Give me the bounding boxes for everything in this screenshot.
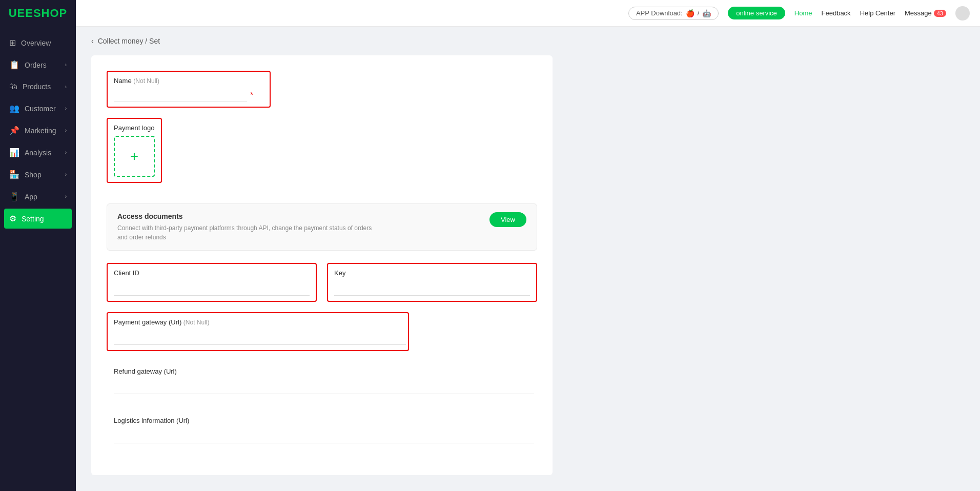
message-badge[interactable]: Message 43 (905, 9, 946, 17)
sidebar-item-overview[interactable]: ⊞ Overview (0, 32, 76, 54)
orders-icon: 📋 (9, 60, 19, 70)
analysis-icon: 📊 (9, 148, 19, 157)
upload-box[interactable]: + (114, 136, 155, 177)
feedback-link[interactable]: Feedback (822, 9, 851, 17)
message-label: Message (905, 9, 932, 17)
sidebar-item-label: Marketing (25, 127, 56, 135)
payment-logo-label: Payment logo (114, 124, 155, 132)
chevron-right-icon: › (65, 172, 67, 177)
access-documents-section: Access documents Connect with third-part… (107, 203, 537, 251)
android-icon[interactable]: 🤖 (702, 9, 711, 17)
marketing-icon: 📌 (9, 126, 19, 135)
logo: UEESHOP (0, 0, 76, 27)
payment-gateway-input[interactable] (114, 330, 406, 345)
overview-icon: ⊞ (9, 38, 16, 48)
access-docs-text: Access documents Connect with third-part… (117, 212, 374, 242)
sidebar-item-label: Customer (25, 105, 56, 113)
sidebar-item-shop[interactable]: 🏪 Shop › (0, 163, 76, 186)
setting-icon: ⚙ (9, 214, 16, 223)
separator: / (698, 9, 700, 17)
logo-text: UEESHOP (9, 7, 68, 20)
required-star: * (250, 91, 253, 100)
payment-logo-section: Payment logo + (107, 118, 537, 193)
payment-gateway-not-null: (Not Null) (183, 319, 210, 326)
breadcrumb: ‹ Collect money / Set (91, 37, 965, 45)
sidebar-item-app[interactable]: 📱 App › (0, 186, 76, 208)
app-download-label: APP Download: (636, 9, 683, 17)
refund-gateway-input[interactable] (114, 379, 534, 394)
sidebar-item-label: Products (23, 83, 51, 91)
key-input[interactable] (334, 281, 530, 296)
payment-gateway-label: Payment gateway (Url) (Not Null) (114, 318, 402, 326)
upload-plus-icon: + (130, 148, 138, 165)
payment-gateway-section: Payment gateway (Url) (Not Null) (107, 312, 537, 351)
sidebar-item-label: App (25, 193, 37, 201)
sidebar-item-label: Overview (21, 39, 51, 47)
app-icon: 📱 (9, 192, 19, 201)
back-button[interactable]: ‹ (91, 37, 94, 45)
sidebar: ⊞ Overview 📋 Orders › 🛍 Products › 👥 Cus… (0, 27, 76, 491)
key-label: Key (334, 269, 530, 277)
name-field-row: * (114, 89, 263, 101)
sidebar-item-label: Shop (25, 171, 42, 179)
logistics-group: Logistics information (Url) (107, 411, 537, 449)
logistics-input[interactable] (114, 428, 534, 443)
breadcrumb-text: Collect money / Set (98, 37, 160, 45)
payment-gateway-group: Payment gateway (Url) (Not Null) (107, 312, 409, 351)
chevron-right-icon: › (65, 150, 67, 155)
name-label: Name (Not Null) (114, 77, 263, 85)
apple-icon[interactable]: 🍎 (686, 9, 695, 17)
message-count: 43 (934, 10, 946, 17)
chevron-right-icon: › (65, 194, 67, 199)
home-link[interactable]: Home (794, 9, 812, 17)
name-input[interactable] (114, 89, 247, 101)
client-id-group: Client ID (107, 263, 317, 302)
sidebar-item-products[interactable]: 🛍 Products › (0, 76, 76, 97)
form-card: Name (Not Null) * Payment logo + (91, 55, 553, 475)
name-field-group: Name (Not Null) * (107, 71, 271, 108)
client-id-label: Client ID (114, 269, 310, 277)
sidebar-item-analysis[interactable]: 📊 Analysis › (0, 141, 76, 163)
client-key-row: Client ID Key (107, 263, 537, 302)
refund-gateway-label: Refund gateway (Url) (114, 367, 530, 375)
sidebar-item-orders[interactable]: 📋 Orders › (0, 54, 76, 76)
online-service-button[interactable]: online service (728, 7, 785, 19)
user-avatar[interactable] (955, 6, 970, 21)
refund-gateway-section: Refund gateway (Url) (107, 361, 537, 400)
logistics-label: Logistics information (Url) (114, 417, 530, 424)
client-id-input[interactable] (114, 281, 310, 296)
refund-gateway-group: Refund gateway (Url) (107, 361, 537, 400)
header-right: APP Download: 🍎 / 🤖 online service Home … (628, 6, 970, 21)
chevron-right-icon: › (65, 62, 67, 68)
products-icon: 🛍 (9, 82, 17, 91)
access-docs-title: Access documents (117, 212, 374, 220)
key-group: Key (327, 263, 537, 302)
sidebar-item-setting[interactable]: ⚙ Setting (4, 209, 72, 229)
sidebar-item-label: Setting (22, 215, 44, 223)
sidebar-item-marketing[interactable]: 📌 Marketing › (0, 119, 76, 141)
main-content: ‹ Collect money / Set Name (Not Null) * … (76, 27, 980, 491)
payment-logo-group: Payment logo + (107, 118, 162, 183)
logistics-section: Logistics information (Url) (107, 411, 537, 449)
view-button[interactable]: View (489, 212, 526, 227)
header: UEESHOP APP Download: 🍎 / 🤖 online servi… (0, 0, 980, 27)
layout: ⊞ Overview 📋 Orders › 🛍 Products › 👥 Cus… (0, 27, 980, 491)
sidebar-item-customer[interactable]: 👥 Customer › (0, 97, 76, 119)
chevron-right-icon: › (65, 128, 67, 133)
chevron-right-icon: › (65, 106, 67, 111)
app-download: APP Download: 🍎 / 🤖 (628, 7, 719, 20)
shop-icon: 🏪 (9, 170, 19, 179)
sidebar-item-label: Orders (25, 61, 47, 69)
access-docs-description: Connect with third-party payment platfor… (117, 223, 374, 242)
name-not-null: (Not Null) (133, 77, 159, 85)
chevron-right-icon: › (65, 84, 67, 90)
customer-icon: 👥 (9, 104, 19, 113)
help-center-link[interactable]: Help Center (860, 9, 895, 17)
sidebar-item-label: Analysis (25, 149, 51, 157)
